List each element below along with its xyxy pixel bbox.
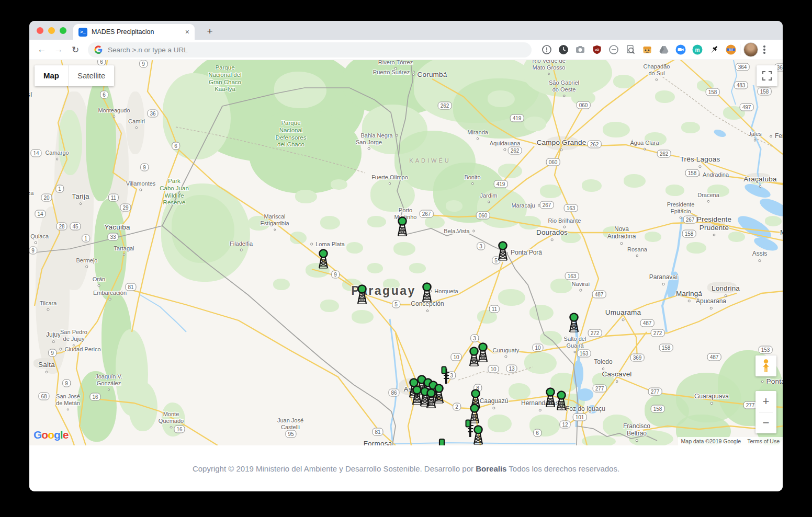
route-shield: 158 <box>651 405 665 413</box>
city-label: Tupiza <box>29 190 33 197</box>
station-marker[interactable] <box>396 216 409 239</box>
city-label: Maracaju <box>511 202 535 209</box>
drive-triangle-icon[interactable] <box>658 44 670 55</box>
route-shield: 95 <box>285 430 296 438</box>
route-shield: 419 <box>510 114 524 122</box>
pushpin-icon[interactable] <box>708 44 720 55</box>
route-shield: 45 <box>70 223 81 231</box>
route-shield: 158 <box>659 344 673 352</box>
station-marker[interactable] <box>420 282 434 305</box>
txt-badge-icon[interactable]: TXT <box>725 44 737 55</box>
city-label: Naviraí <box>572 281 590 288</box>
map[interactable]: ParqueNacional delGran ChacoKaa-IyaParqu… <box>29 60 783 445</box>
terms-of-use-link[interactable]: Terms of Use <box>744 437 783 445</box>
route-shield: 6 <box>172 142 180 150</box>
station-marker[interactable] <box>555 390 568 413</box>
forward-button[interactable]: → <box>51 42 66 57</box>
close-window-button[interactable] <box>37 27 43 34</box>
route-shield: 369 <box>630 354 645 362</box>
city-label: Guarapuava <box>694 393 729 400</box>
camera-icon[interactable] <box>574 44 586 55</box>
route-shield: 9 <box>331 271 340 279</box>
route-shield: 483 <box>734 82 748 89</box>
google-logo[interactable]: Google <box>33 429 68 441</box>
route-shield: 158 <box>685 169 700 177</box>
park-label: ParkCabo JuanWildlifeReserve <box>160 178 189 206</box>
route-shield: 153 <box>759 346 773 354</box>
zoom-out-button[interactable]: − <box>755 412 776 433</box>
route-shield: 33 <box>107 233 118 241</box>
zoom-video-icon[interactable] <box>675 44 686 55</box>
route-shield: 3 <box>477 243 485 250</box>
zoom-in-button[interactable]: + <box>755 391 776 412</box>
page-info-icon[interactable] <box>541 44 552 55</box>
station-marker[interactable] <box>438 438 446 445</box>
clock-icon[interactable] <box>558 44 569 55</box>
city-label: NovaAndradina <box>607 226 636 240</box>
fullscreen-button[interactable] <box>757 65 777 86</box>
route-shield: 267 <box>420 210 434 218</box>
city-label: Londrina <box>712 284 740 293</box>
tab-title: MADES Precipitacion <box>92 28 182 36</box>
map-type-satellite-button[interactable]: Satellite <box>68 65 114 86</box>
station-marker[interactable] <box>441 366 450 387</box>
city-label: La Quiaca <box>29 233 49 240</box>
minimize-window-button[interactable] <box>48 27 55 34</box>
route-shield: 16 <box>174 426 185 433</box>
reload-button[interactable]: ↻ <box>68 42 83 57</box>
profile-avatar[interactable] <box>743 42 758 57</box>
search-page-icon[interactable] <box>625 44 636 55</box>
station-marker[interactable] <box>355 284 369 307</box>
browser-window: >_ MADES Precipitacion × + ← → ↻ Search … <box>29 21 783 491</box>
city-label: Jardim <box>480 192 497 199</box>
m-circle-icon[interactable]: m <box>692 44 703 55</box>
tab-close-icon[interactable]: × <box>185 28 189 36</box>
city-label: Dourados <box>536 228 568 237</box>
station-marker[interactable] <box>467 347 481 370</box>
route-shield: 81 <box>125 283 136 291</box>
station-marker[interactable] <box>496 241 510 264</box>
route-shield: 13 <box>506 365 517 373</box>
route-shield: 267 <box>540 201 554 209</box>
fullscreen-icon <box>762 71 772 81</box>
zoom-control: + − <box>755 391 776 433</box>
svg-text:TXT: TXT <box>729 49 734 51</box>
browser-menu-icon[interactable] <box>763 45 765 54</box>
park-label: ParqueNacional delGran ChacoKaa-Iya <box>208 64 241 93</box>
zoom-window-button[interactable] <box>60 27 66 34</box>
route-shield: 16 <box>89 393 100 401</box>
robot-icon[interactable] <box>641 44 653 55</box>
extensions-row: uO m TXT <box>541 44 737 55</box>
borealis-link[interactable]: Borealis <box>476 464 506 473</box>
tab-favicon-icon: >_ <box>78 28 87 37</box>
ublock-shield-icon[interactable]: uO <box>591 44 603 55</box>
city-label: Orán <box>93 276 105 283</box>
route-shield: 262 <box>438 102 452 110</box>
route-shield: 10 <box>450 353 461 361</box>
station-marker[interactable] <box>567 313 581 336</box>
city-label: Juan JoséCastelli <box>277 417 303 430</box>
route-shield: 2 <box>453 403 461 411</box>
map-data-text: Map data ©2019 Google <box>678 437 745 445</box>
city-label: Rosana <box>627 246 647 253</box>
browser-tab[interactable]: >_ MADES Precipitacion × <box>73 24 195 40</box>
back-button[interactable]: ← <box>35 42 49 57</box>
address-bar[interactable]: Search >.n or type a URL <box>88 42 532 58</box>
station-marker[interactable] <box>465 419 475 440</box>
city-label: Salto delGuairá <box>564 336 587 349</box>
station-marker[interactable] <box>317 249 330 272</box>
map-type-map-button[interactable]: Map <box>35 65 68 86</box>
route-shield: 12 <box>559 421 570 429</box>
map-attribution: Map data ©2019 Google Terms of Use <box>678 437 783 445</box>
circle-dash-icon[interactable] <box>608 44 619 55</box>
new-tab-button[interactable]: + <box>203 25 217 38</box>
route-shield: 272 <box>651 329 665 337</box>
city-label: Puerto Suárez <box>373 69 410 76</box>
route-shield: 28 <box>56 223 67 231</box>
map-layers: ParqueNacional delGran ChacoKaa-IyaParqu… <box>29 60 783 445</box>
route-shield: 158 <box>758 88 772 96</box>
station-marker[interactable] <box>424 388 438 411</box>
city-label: Ponta Porã <box>511 249 542 257</box>
city-label: Andradina <box>703 171 729 178</box>
pegman-control[interactable] <box>755 355 776 376</box>
